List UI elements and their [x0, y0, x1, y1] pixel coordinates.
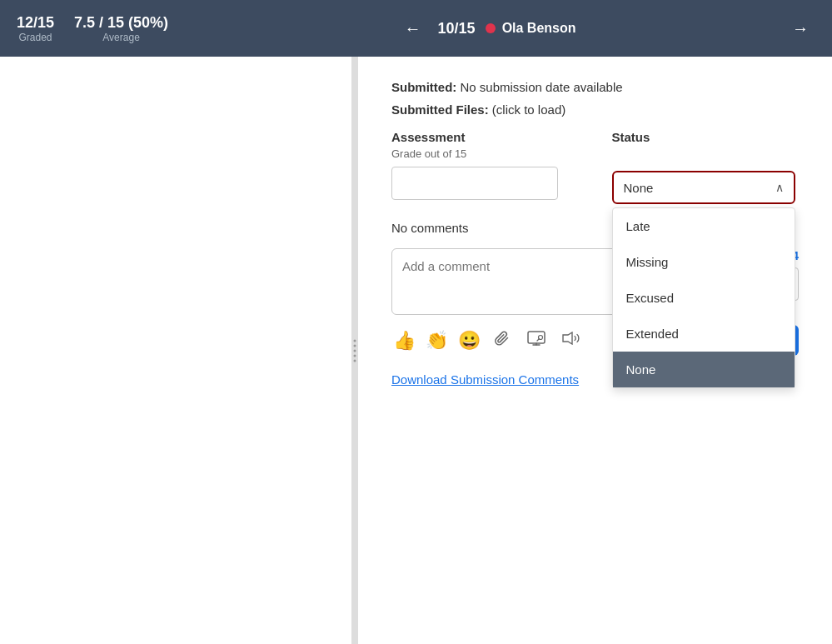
download-submission-comments-link[interactable]: Download Submission Comments — [391, 372, 579, 387]
dropdown-item-missing[interactable]: Missing — [613, 244, 795, 280]
submitted-files-label: Submitted Files: — [391, 102, 489, 117]
next-student-button[interactable]: → — [785, 16, 815, 42]
assessment-title: Assessment — [391, 130, 579, 144]
audio-button[interactable] — [557, 328, 585, 352]
status-dropdown-trigger[interactable]: None ∧ — [612, 171, 795, 204]
status-title: Status — [612, 130, 800, 144]
clap-emoji[interactable]: 👏 — [424, 328, 450, 353]
grade-out-of: Grade out of 15 — [391, 147, 579, 160]
attach-icon — [494, 330, 511, 347]
submitted-label: Submitted: — [391, 80, 456, 94]
audio-icon — [562, 332, 580, 345]
assessment-status-section: Assessment Grade out of 15 Status None ∧… — [391, 130, 799, 204]
attach-file-button[interactable] — [489, 327, 516, 354]
submitted-files-line: Submitted Files: (click to load) — [391, 102, 799, 117]
assessment-left: Assessment Grade out of 15 — [391, 130, 579, 200]
prev-student-button[interactable]: ← — [398, 16, 428, 42]
smile-emoji[interactable]: 😀 — [456, 328, 482, 353]
average-score: 7.5 / 15 (50%) — [74, 14, 168, 32]
screen-capture-button[interactable] — [522, 327, 551, 353]
grade-input[interactable] — [391, 167, 558, 200]
resize-dots — [354, 339, 356, 362]
status-dropdown-container: None ∧ Late Missing Excused Extended Non… — [612, 171, 800, 204]
screen-icon — [527, 331, 546, 346]
submission-info: Submitted: No submission date available … — [391, 80, 799, 117]
header-bar: 12/15 Graded 7.5 / 15 (50%) Average ← 10… — [0, 0, 832, 57]
current-score: 10/15 — [438, 20, 476, 37]
student-name-display: Ola Benson — [486, 21, 576, 36]
student-nav: ← 10/15 Ola Benson — [188, 16, 785, 42]
graded-score-section: 12/15 Graded — [17, 14, 54, 43]
resize-handle[interactable] — [351, 57, 358, 644]
submitted-value: No submission date available — [461, 80, 623, 94]
status-dropdown-menu: Late Missing Excused Extended None — [612, 207, 795, 388]
svg-marker-3 — [563, 332, 572, 344]
dropdown-item-late[interactable]: Late — [613, 208, 795, 244]
grade-comment-panel: Submitted: No submission date available … — [358, 57, 832, 644]
average-label: Average — [102, 32, 139, 43]
thumbs-up-emoji[interactable]: 👍 — [391, 328, 417, 353]
main-layout: Submitted: No submission date available … — [0, 57, 832, 644]
graded-label: Graded — [19, 32, 52, 43]
submission-content-panel — [0, 57, 358, 644]
dropdown-item-extended[interactable]: Extended — [613, 316, 795, 352]
dropdown-item-excused[interactable]: Excused — [613, 280, 795, 316]
status-selected-value: None — [624, 181, 654, 195]
status-section: Status None ∧ Late Missing Excused Exten… — [612, 130, 800, 204]
submitted-files-value[interactable]: (click to load) — [492, 102, 565, 117]
submitted-line: Submitted: No submission date available — [391, 80, 799, 94]
average-score-section: 7.5 / 15 (50%) Average — [74, 14, 168, 43]
dropdown-item-none[interactable]: None — [613, 352, 795, 387]
status-dot — [486, 23, 496, 33]
graded-score: 12/15 — [17, 14, 54, 32]
chevron-up-icon: ∧ — [775, 181, 784, 194]
